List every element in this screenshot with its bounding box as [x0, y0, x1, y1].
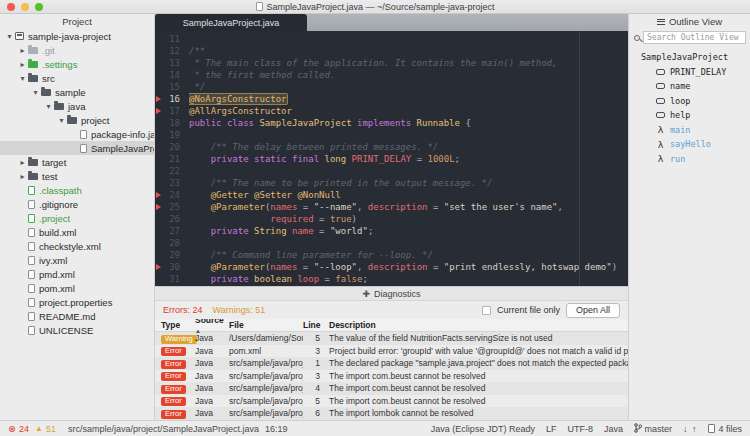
gutter-line-30[interactable]: 30 [155, 261, 189, 273]
code-line-28[interactable] [189, 237, 628, 249]
statusbar-language-mode[interactable]: Java [604, 424, 623, 434]
outline-item-sayhello[interactable]: λsayHello [629, 137, 750, 152]
outline-item-samplejavaproject[interactable]: SampleJavaProject [629, 50, 750, 65]
statusbar-branch[interactable]: master [634, 423, 672, 434]
gutter-line-28[interactable]: 28 [155, 237, 189, 249]
statusbar-error-icon[interactable]: ⊗ [8, 423, 16, 434]
tree-item-project[interactable]: ▾project [0, 113, 154, 127]
statusbar-encoding[interactable]: UTF-8 [567, 424, 593, 434]
chevron-down-icon[interactable]: ▾ [17, 74, 28, 83]
outline-item-loop[interactable]: loop [629, 94, 750, 109]
statusbar-eol[interactable]: LF [546, 424, 557, 434]
zoom-window-button[interactable] [35, 3, 43, 11]
chevron-down-icon[interactable]: ▾ [4, 32, 15, 41]
tree-item--classpath[interactable]: .classpath [0, 183, 154, 197]
gutter-line-24[interactable]: 24 [155, 189, 189, 201]
outline-search-input[interactable] [643, 31, 746, 44]
tree-item--git[interactable]: ▸.git [0, 43, 154, 57]
code-line-29[interactable]: /** Command line parameter for --loop. *… [189, 249, 628, 261]
code-line-14[interactable]: * the first method called. [189, 69, 628, 81]
code-area[interactable]: 1112131415161718192021222324252627282930… [155, 31, 628, 286]
gutter-line-27[interactable]: 27 [155, 225, 189, 237]
code-line-30[interactable]: @Parameter(names = "--loop", description… [189, 261, 628, 273]
gutter-line-17[interactable]: 17 [155, 105, 189, 117]
tree-item-ivy-xml[interactable]: ivy.xml [0, 253, 154, 267]
gutter-line-16[interactable]: 16 [155, 93, 189, 105]
code-line-11[interactable] [189, 33, 628, 45]
outline-item-print_delay[interactable]: PRINT_DELAY [629, 65, 750, 80]
tree-item-readme-md[interactable]: README.md [0, 309, 154, 323]
editor-gutter[interactable]: 1112131415161718192021222324252627282930… [155, 33, 189, 286]
gutter-line-11[interactable]: 11 [155, 33, 189, 45]
diagnostics-row-2[interactable]: ErrorJavapom.xml3Project build error: 'g… [155, 345, 628, 358]
tree-item--settings[interactable]: ▸.settings [0, 57, 154, 71]
chevron-right-icon[interactable]: ▸ [17, 60, 28, 69]
outline-item-run[interactable]: λrun [629, 152, 750, 167]
statusbar-warning-icon[interactable]: ▲ [35, 424, 43, 433]
statusbar-warning-count[interactable]: 51 [46, 424, 56, 434]
code-line-12[interactable]: /** [189, 45, 628, 57]
gutter-line-14[interactable]: 14 [155, 69, 189, 81]
chevron-right-icon[interactable]: ▸ [17, 158, 28, 167]
gutter-line-21[interactable]: 21 [155, 153, 189, 165]
code-line-15[interactable]: */ [189, 81, 628, 93]
tree-item-sample[interactable]: ▾sample [0, 85, 154, 99]
gutter-line-20[interactable]: 20 [155, 141, 189, 153]
tree-item-java[interactable]: ▾java [0, 99, 154, 113]
code-line-17[interactable]: @AllArgsConstructor [189, 105, 628, 117]
gutter-line-22[interactable]: 22 [155, 165, 189, 177]
diagnostics-row-6[interactable]: ErrorJavasrc/sample/java/proje...5The im… [155, 395, 628, 408]
gutter-line-26[interactable]: 26 [155, 213, 189, 225]
outline-item-main[interactable]: λmain [629, 123, 750, 138]
code-line-25[interactable]: @Parameter(names = "--name", description… [189, 201, 628, 213]
tree-item-samplejavaproject-java[interactable]: SampleJavaProject.java [0, 141, 154, 155]
open-all-button[interactable]: Open All [566, 303, 620, 318]
tree-item-project-properties[interactable]: project.properties [0, 295, 154, 309]
tree-item-package-info-java[interactable]: package-info.java [0, 127, 154, 141]
column-header-line[interactable]: Line [303, 320, 325, 330]
code-line-24[interactable]: @Getter @Setter @NonNull [189, 189, 628, 201]
tree-item-sample-java-project[interactable]: ▾sample-java-project [0, 29, 154, 43]
gutter-line-29[interactable]: 29 [155, 249, 189, 261]
tree-item-pom-xml[interactable]: pom.xml [0, 281, 154, 295]
code-line-23[interactable]: /** The name to be printed in the output… [189, 177, 628, 189]
diagnostics-row-1[interactable]: WarningJava/Users/damieng/Sourc...5The v… [155, 332, 628, 345]
code-line-26[interactable]: required = true) [189, 213, 628, 225]
tree-item-target[interactable]: ▸target [0, 155, 154, 169]
statusbar-sync-arrows[interactable]: ↓ ↑ [683, 424, 698, 434]
diagnostics-row-3[interactable]: ErrorJavasrc/sample/java/proje...1The de… [155, 357, 628, 370]
code-lines[interactable]: /** * The main class of the application.… [189, 33, 628, 286]
editor-tab-active[interactable]: SampleJavaProject.java [155, 14, 307, 31]
gutter-line-15[interactable]: 15 [155, 81, 189, 93]
code-line-20[interactable]: /** The delay between printed messages. … [189, 141, 628, 153]
gutter-line-12[interactable]: 12 [155, 45, 189, 57]
chevron-right-icon[interactable]: ▸ [17, 172, 28, 181]
diagnostics-header[interactable]: ✚ Diagnostics [155, 287, 628, 301]
diagnostics-row-4[interactable]: ErrorJavasrc/sample/java/proje...3The im… [155, 370, 628, 383]
code-line-22[interactable] [189, 165, 628, 177]
diagnostics-row-7[interactable]: ErrorJavasrc/sample/java/proje...6The im… [155, 407, 628, 420]
minimize-window-button[interactable] [21, 3, 29, 11]
tree-item-build-xml[interactable]: build.xml [0, 225, 154, 239]
tree-item-unlicense[interactable]: UNLICENSE [0, 323, 154, 337]
code-line-19[interactable] [189, 129, 628, 141]
gutter-line-31[interactable]: 31 [155, 273, 189, 285]
tree-item-pmd-xml[interactable]: pmd.xml [0, 267, 154, 281]
column-header-desc[interactable]: Description [325, 320, 628, 330]
code-line-18[interactable]: public class SampleJavaProject implement… [189, 117, 628, 129]
outline-item-name[interactable]: name [629, 79, 750, 94]
gutter-line-25[interactable]: 25 [155, 201, 189, 213]
close-window-button[interactable] [7, 3, 15, 11]
code-line-21[interactable]: private static final long PRINT_DELAY = … [189, 153, 628, 165]
chevron-down-icon[interactable]: ▾ [43, 102, 54, 111]
column-header-type[interactable]: Type [155, 320, 195, 330]
statusbar-language-status[interactable]: Java (Eclipse JDT) Ready [431, 424, 535, 434]
chevron-down-icon[interactable]: ▾ [30, 88, 41, 97]
chevron-right-icon[interactable]: ▸ [17, 46, 28, 55]
current-file-only-checkbox[interactable] [482, 306, 491, 315]
chevron-down-icon[interactable]: ▾ [56, 116, 67, 125]
column-header-file[interactable]: File [229, 320, 303, 330]
statusbar-cursor-position[interactable]: 16:19 [265, 424, 288, 434]
tree-item-src[interactable]: ▾src [0, 71, 154, 85]
gutter-line-19[interactable]: 19 [155, 129, 189, 141]
